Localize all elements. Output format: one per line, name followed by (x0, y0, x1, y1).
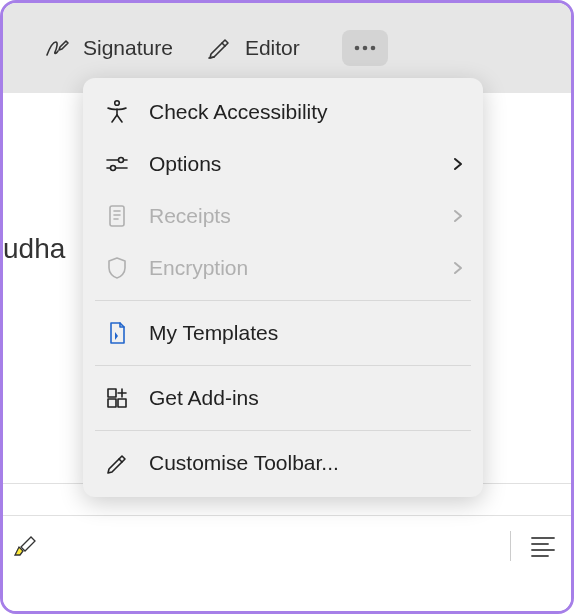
menu-separator (95, 300, 471, 301)
chevron-right-icon (451, 261, 465, 275)
signature-label: Signature (83, 36, 173, 60)
svg-point-7 (115, 101, 120, 106)
menu-item-label: Options (149, 152, 221, 176)
svg-rect-12 (110, 206, 124, 226)
menu-get-addins[interactable]: Get Add-ins (83, 372, 483, 424)
menu-item-label: My Templates (149, 321, 278, 345)
editor-pen-icon (205, 34, 233, 62)
svg-point-9 (119, 158, 124, 163)
more-button[interactable] (342, 30, 388, 66)
accessibility-icon (103, 98, 131, 126)
menu-item-label: Receipts (149, 204, 231, 228)
editor-label: Editor (245, 36, 300, 60)
svg-point-1 (362, 46, 367, 51)
chevron-right-icon (451, 209, 465, 223)
svg-point-2 (370, 46, 375, 51)
editor-button[interactable]: Editor (205, 34, 300, 62)
svg-rect-16 (108, 389, 116, 397)
menu-item-label: Customise Toolbar... (149, 451, 339, 475)
customise-pen-icon (103, 449, 131, 477)
svg-rect-17 (108, 399, 116, 407)
menu-customise-toolbar[interactable]: Customise Toolbar... (83, 437, 483, 489)
addins-icon (103, 384, 131, 412)
menu-item-label: Encryption (149, 256, 248, 280)
signature-icon (43, 34, 71, 62)
menu-encryption: Encryption (83, 242, 483, 294)
template-icon (103, 319, 131, 347)
align-icon[interactable] (530, 535, 556, 557)
highlighter-icon[interactable] (13, 533, 41, 557)
menu-check-accessibility[interactable]: Check Accessibility (83, 86, 483, 138)
vertical-divider (510, 531, 511, 561)
signature-button[interactable]: Signature (43, 34, 173, 62)
background-partial-text: udha (3, 233, 65, 265)
svg-rect-18 (118, 399, 126, 407)
ellipsis-icon (353, 44, 377, 52)
chevron-right-icon (451, 157, 465, 171)
options-sliders-icon (103, 150, 131, 178)
shield-icon (103, 254, 131, 282)
menu-item-label: Check Accessibility (149, 100, 328, 124)
receipt-icon (103, 202, 131, 230)
menu-options[interactable]: Options (83, 138, 483, 190)
svg-point-11 (111, 166, 116, 171)
menu-separator (95, 365, 471, 366)
menu-item-label: Get Add-ins (149, 386, 259, 410)
menu-receipts: Receipts (83, 190, 483, 242)
menu-separator (95, 430, 471, 431)
divider (3, 515, 571, 516)
menu-my-templates[interactable]: My Templates (83, 307, 483, 359)
svg-point-0 (354, 46, 359, 51)
overflow-menu: Check Accessibility Options (83, 78, 483, 497)
